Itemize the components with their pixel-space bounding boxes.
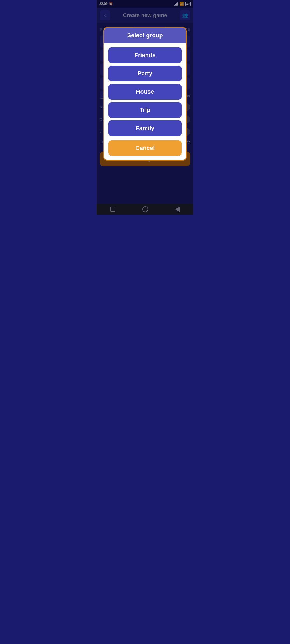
group-trip-button[interactable]: Trip	[108, 102, 182, 118]
group-trip-label: Trip	[140, 107, 150, 113]
group-friends-label: Friends	[134, 52, 155, 58]
group-family-label: Family	[136, 125, 154, 131]
cancel-label: Cancel	[135, 145, 155, 151]
modal-overlay: Select group Friends Party House Trip Fa…	[97, 0, 193, 215]
modal-header: Select group	[104, 28, 186, 43]
group-house-button[interactable]: House	[108, 84, 182, 100]
group-friends-button[interactable]: Friends	[108, 47, 182, 63]
group-house-label: House	[136, 88, 154, 95]
group-party-label: Party	[137, 70, 152, 77]
cancel-button[interactable]: Cancel	[108, 140, 182, 156]
modal-body: Friends Party House Trip Family Cancel	[104, 43, 186, 160]
select-group-modal: Select group Friends Party House Trip Fa…	[103, 27, 187, 161]
group-family-button[interactable]: Family	[108, 120, 182, 136]
group-party-button[interactable]: Party	[108, 66, 182, 81]
modal-title: Select group	[127, 32, 163, 39]
